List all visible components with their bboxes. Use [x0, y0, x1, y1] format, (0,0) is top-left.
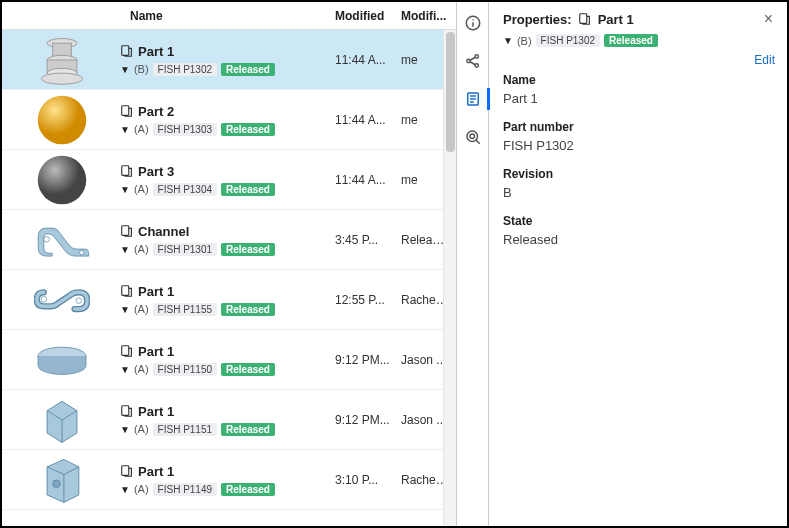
properties-pn-tag: FISH P1302 — [536, 34, 600, 47]
row-modified: 12:55 P... — [335, 293, 401, 307]
row-name: Part 1 — [138, 404, 174, 419]
row-pn-tag: FISH P1303 — [153, 123, 217, 136]
revision-icon: ▼ — [120, 364, 130, 375]
row-modified: 3:10 P... — [335, 473, 401, 487]
row-status-tag: Released — [221, 123, 275, 136]
row-status-tag: Released — [221, 243, 275, 256]
list-header: Name Modified Modifi... — [2, 2, 456, 30]
part-doc-icon — [120, 44, 134, 58]
svg-rect-21 — [122, 466, 129, 476]
col-modifiedby-header[interactable]: Modifi... — [401, 9, 456, 23]
svg-point-11 — [44, 236, 50, 242]
row-status-tag: Released — [221, 63, 275, 76]
prop-rev-label: Revision — [503, 167, 775, 181]
row-main: Part 1 — [120, 524, 335, 526]
table-row[interactable]: Channel▼(A)FISH P1301Released3:45 P...Re… — [2, 210, 456, 270]
row-rev: (A) — [134, 483, 149, 495]
row-status-tag: Released — [221, 303, 275, 316]
prop-pn-label: Part number — [503, 120, 775, 134]
part-doc-icon — [120, 164, 134, 178]
row-main: Channel▼(A)FISH P1301Released — [120, 218, 335, 262]
document-list-panel: Name Modified Modifi... Part 1▼(B)FISH P… — [2, 2, 457, 526]
row-thumbnail — [2, 270, 120, 330]
row-main: Part 3▼(A)FISH P1304Released — [120, 158, 335, 202]
row-pn-tag: FISH P1304 — [153, 183, 217, 196]
row-thumbnail — [2, 30, 120, 90]
properties-tags: ▼ (B) FISH P1302 Released — [503, 34, 775, 47]
table-row[interactable]: Part 1▼(A)FISH P1150Released9:12 PM...Ja… — [2, 330, 456, 390]
row-pn-tag: FISH P1151 — [153, 423, 217, 436]
row-status-tag: Released — [221, 423, 275, 436]
info-icon[interactable] — [464, 14, 482, 32]
revision-icon: ▼ — [120, 244, 130, 255]
svg-point-27 — [475, 55, 478, 58]
svg-rect-10 — [122, 166, 129, 176]
properties-header: Properties: Part 1 × — [503, 10, 775, 28]
row-modified: 9:12 PM... — [335, 353, 401, 367]
svg-rect-8 — [122, 106, 129, 116]
svg-point-9 — [38, 155, 87, 204]
prop-name-value: Part 1 — [503, 91, 775, 106]
row-name: Part 1 — [138, 284, 174, 299]
share-icon[interactable] — [464, 52, 482, 70]
table-row[interactable]: Part 11:45 P... — [2, 510, 456, 526]
svg-point-26 — [466, 59, 469, 62]
revision-icon: ▼ — [120, 304, 130, 315]
revision-icon: ▼ — [120, 64, 130, 75]
revision-icon: ▼ — [120, 124, 130, 135]
svg-rect-13 — [122, 226, 129, 236]
revision-icon: ▼ — [120, 484, 130, 495]
svg-point-5 — [41, 73, 82, 84]
svg-line-29 — [470, 57, 475, 60]
row-rev: (A) — [134, 243, 149, 255]
svg-point-15 — [76, 297, 82, 303]
row-pn-tag: FISH P1301 — [153, 243, 217, 256]
row-main: Part 1▼(B)FISH P1302Released — [120, 38, 335, 82]
svg-point-28 — [475, 64, 478, 67]
row-thumbnail — [2, 210, 120, 270]
row-rev: (A) — [134, 363, 149, 375]
prop-pn-value: FISH P1302 — [503, 138, 775, 153]
row-status-tag: Released — [221, 183, 275, 196]
row-thumbnail — [2, 510, 120, 527]
row-modified: 11:44 A... — [335, 173, 401, 187]
row-name: Part 1 — [138, 464, 174, 479]
table-row[interactable]: Part 1▼(A)FISH P1149Released3:10 P...Rac… — [2, 450, 456, 510]
where-used-icon[interactable] — [464, 128, 482, 146]
properties-panel: Properties: Part 1 × ▼ (B) FISH P1302 Re… — [489, 2, 787, 526]
table-row[interactable]: Part 1▼(B)FISH P1302Released11:44 A...me — [2, 30, 456, 90]
part-doc-icon — [120, 104, 134, 118]
prop-state-value: Released — [503, 232, 775, 247]
row-name: Part 2 — [138, 104, 174, 119]
row-status-tag: Released — [221, 483, 275, 496]
close-icon[interactable]: × — [762, 10, 775, 28]
row-modified: 3:45 P... — [335, 233, 401, 247]
row-main: Part 1▼(A)FISH P1151Released — [120, 398, 335, 442]
table-row[interactable]: Part 1▼(A)FISH P1155Released12:55 P...Ra… — [2, 270, 456, 330]
table-row[interactable]: Part 2▼(A)FISH P1303Released11:44 A...me — [2, 90, 456, 150]
row-rev: (A) — [134, 123, 149, 135]
prop-state-label: State — [503, 214, 775, 228]
row-pn-tag: FISH P1302 — [153, 63, 217, 76]
part-doc-icon — [120, 284, 134, 298]
edit-link[interactable]: Edit — [754, 53, 775, 67]
svg-rect-18 — [122, 346, 129, 356]
row-name: Part 1 — [138, 44, 174, 59]
properties-toolstrip — [457, 2, 489, 526]
svg-point-25 — [472, 19, 474, 21]
revision-icon: ▼ — [120, 424, 130, 435]
col-name-header[interactable]: Name — [130, 9, 335, 23]
details-icon[interactable] — [464, 90, 482, 108]
part-doc-icon — [120, 224, 134, 238]
row-name: Part 1 — [138, 344, 174, 359]
svg-rect-19 — [122, 406, 129, 416]
row-pn-tag: FISH P1149 — [153, 483, 217, 496]
table-row[interactable]: Part 1▼(A)FISH P1151Released9:12 PM...Ja… — [2, 390, 456, 450]
table-row[interactable]: Part 3▼(A)FISH P1304Released11:44 A...me — [2, 150, 456, 210]
list-scrollbar[interactable] — [443, 30, 456, 526]
col-modified-header[interactable]: Modified — [335, 9, 401, 23]
revision-icon: ▼ — [120, 184, 130, 195]
row-status-tag: Released — [221, 363, 275, 376]
list-body: Part 1▼(B)FISH P1302Released11:44 A...me… — [2, 30, 456, 526]
row-name: Channel — [138, 224, 189, 239]
